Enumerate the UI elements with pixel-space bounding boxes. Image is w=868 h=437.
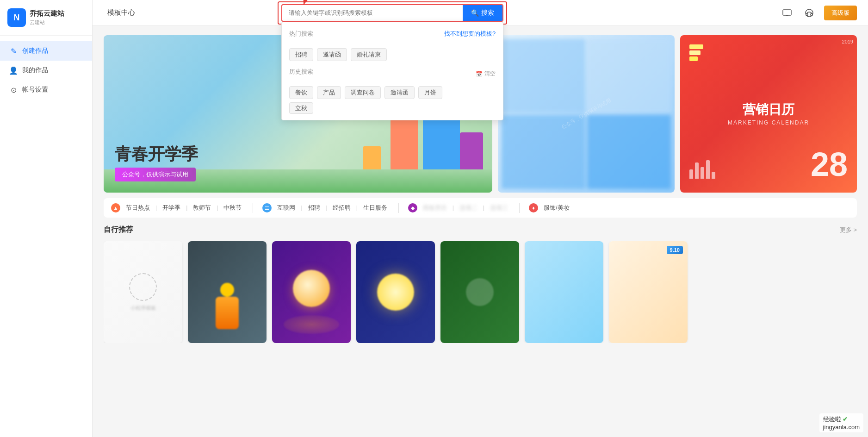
cat-item-0-0[interactable]: 节日热点 <box>124 203 152 213</box>
banner-side2[interactable]: 营销日历 MARKETING CALENDAR 28 2019 <box>680 35 857 193</box>
object-head <box>220 283 234 297</box>
hot-tag-0[interactable]: 招聘 <box>289 48 313 61</box>
bar-4 <box>706 160 710 179</box>
cat-icon-1: ☰ <box>262 203 272 212</box>
cat-item-0-2[interactable]: 教师节 <box>191 203 213 213</box>
sidebar-item-create[interactable]: ✎ 创建作品 <box>0 41 92 61</box>
moon-glow <box>284 315 339 334</box>
history-tag-3[interactable]: 邀请函 <box>384 86 415 99</box>
bar-5 <box>712 172 715 179</box>
template-thumb-5 <box>440 241 519 343</box>
moon-shape <box>293 270 330 307</box>
history-tag-4[interactable]: 月饼 <box>418 86 442 99</box>
book-stack <box>689 44 703 62</box>
marketing-card-number: 28 <box>811 145 848 183</box>
sidebar-item-create-label: 创建作品 <box>22 47 48 55</box>
clear-history-btn[interactable]: 📅 清空 <box>476 70 496 78</box>
cat-item-1-1[interactable]: 招聘 <box>306 203 322 213</box>
template-thumb-7: 9.10 <box>609 241 688 343</box>
main-area: 模板中心 <box>93 0 868 437</box>
hot-tag-2[interactable]: 婚礼请柬 <box>351 48 387 61</box>
cat-icon-3: ♦ <box>529 203 538 212</box>
side1-blurred <box>498 35 675 193</box>
banner-side1[interactable]: 公众号，仅供演示与试用 <box>498 35 675 193</box>
sidebar-item-account[interactable]: ⊙ 帐号设置 <box>0 80 92 100</box>
template-thumb-4 <box>356 241 435 343</box>
thumb-4-content <box>356 241 435 343</box>
thumb-2-content <box>188 241 267 343</box>
cat-item-1-0[interactable]: 互联网 <box>275 203 297 213</box>
history-tag-2[interactable]: 调查问卷 <box>345 86 381 99</box>
cat-item-3-0[interactable]: 服饰/美妆 <box>542 203 571 213</box>
sidebar-item-account-label: 帐号设置 <box>22 86 48 94</box>
object-shape <box>216 297 239 329</box>
hot-tag-1[interactable]: 邀请函 <box>317 48 347 61</box>
header-right: 高级版 <box>780 6 857 20</box>
cat-item-1-3[interactable]: 生日服务 <box>361 203 389 213</box>
sidebar-item-myworks[interactable]: 👤 我的作品 <box>0 61 92 80</box>
watermark-text: 经验啦 <box>823 416 841 423</box>
search-container: 🔍 搜索 热门搜索 找不到想要的模板? 招聘 邀请函 婚礼请柬 <box>281 4 503 22</box>
section-header: 自行推荐 更多 > <box>104 225 857 235</box>
cat-group-0: ▲ 节日热点 | 开学季 | 教师节 | 中秋节 <box>111 203 253 213</box>
moon-2 <box>377 274 414 311</box>
logo-icon: N <box>7 8 26 27</box>
cat-icon-0: ▲ <box>111 203 120 212</box>
sidebar: N 乔拓云建站 云建站 ✎ 创建作品 👤 我的作品 ⊙ 帐号设置 <box>0 0 93 437</box>
cat-item-1-2[interactable]: 经招聘 <box>331 203 353 213</box>
chart-bars <box>689 160 715 179</box>
banner-main-content: 青春开学季 公众号，仅供演示与试用 <box>115 144 198 181</box>
hot-tags: 招聘 邀请函 婚礼请柬 <box>289 48 496 61</box>
thumb-5-content <box>440 241 519 343</box>
no-template-link[interactable]: 找不到想要的模板? <box>444 30 496 38</box>
template-card-3[interactable] <box>272 241 351 343</box>
popular-section: 自行推荐 更多 > 小程序模板 <box>104 225 857 343</box>
svg-rect-6 <box>811 13 812 16</box>
history-tag-5[interactable]: 立秋 <box>289 102 313 114</box>
history-tags: 餐饮 产品 调查问卷 邀请函 月饼 <box>289 86 496 99</box>
cat-item-0-1[interactable]: 开学季 <box>161 203 182 213</box>
bar-1 <box>689 169 693 179</box>
watermark-domain: jingyanla.com <box>823 424 860 431</box>
bar-2 <box>695 162 699 179</box>
template-card-6[interactable] <box>525 241 603 343</box>
template-card-4[interactable] <box>356 241 435 343</box>
cat-group-2: ◆ 模板类目 | 选项二 | 选项三 <box>408 203 520 213</box>
account-icon: ⊙ <box>9 86 18 94</box>
template-card-2[interactable] <box>188 241 267 343</box>
myworks-icon: 👤 <box>9 66 18 75</box>
sidebar-item-myworks-label: 我的作品 <box>22 66 48 75</box>
calendar-icon: 📅 <box>476 71 483 77</box>
display-icon-btn[interactable] <box>780 6 794 20</box>
search-arrow-annotation <box>295 0 332 9</box>
banner-main-title: 青春开学季 <box>115 144 198 164</box>
app-name: 乔拓云建站 <box>30 9 64 18</box>
premium-button[interactable]: 高级版 <box>824 6 857 20</box>
thumb-text: 小程序模板 <box>130 305 156 312</box>
history-tag-row2: 立秋 <box>289 104 496 112</box>
thumb-1-content: 小程序模板 <box>104 241 182 343</box>
template-card-5[interactable] <box>440 241 519 343</box>
search-button[interactable]: 🔍 搜索 <box>463 5 502 21</box>
cat-item-2-2[interactable]: 选项三 <box>488 203 510 213</box>
banner-main-subtitle: 公众号，仅供演示与试用 <box>115 168 196 181</box>
bar-3 <box>701 167 704 179</box>
section-more-btn[interactable]: 更多 > <box>840 226 857 234</box>
green-circle <box>466 278 494 306</box>
cat-item-0-3[interactable]: 中秋节 <box>222 203 243 213</box>
template-card-7[interactable]: 9.10 <box>609 241 688 343</box>
nav-template-center[interactable]: 模板中心 <box>104 6 139 19</box>
page-watermark: 经验啦 ✔ jingyanla.com <box>819 413 864 432</box>
history-search-title: 历史搜索 <box>289 68 313 76</box>
cat-group-3: ♦ 服饰/美妆 <box>529 203 581 213</box>
cat-item-2-blurred[interactable]: 模板类目 <box>421 203 449 213</box>
history-tag-0[interactable]: 餐饮 <box>289 86 313 99</box>
template-card-1[interactable]: 小程序模板 <box>104 241 182 343</box>
templates-grid: 小程序模板 <box>104 241 857 343</box>
cat-item-2-1[interactable]: 选项二 <box>458 203 479 213</box>
dropdown-hot-header: 热门搜索 找不到想要的模板? <box>289 30 496 43</box>
history-tag-1[interactable]: 产品 <box>317 86 341 99</box>
marketing-card: 营销日历 MARKETING CALENDAR 28 2019 <box>680 35 857 193</box>
svg-rect-1 <box>783 10 791 15</box>
headset-icon-btn[interactable] <box>802 6 817 20</box>
